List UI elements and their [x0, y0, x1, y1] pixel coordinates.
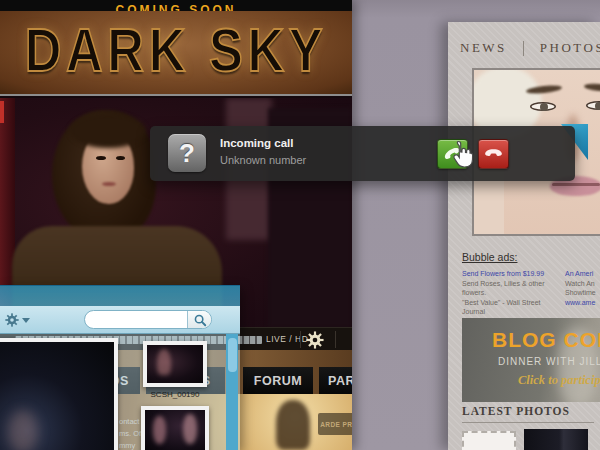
nav-divider: [523, 41, 524, 56]
photo-placeholder[interactable]: [462, 431, 516, 450]
actress-mouth: [102, 182, 116, 186]
ad-body: Send Roses, Lilies & other flowers.: [462, 279, 562, 298]
thumbnail-image: [147, 345, 203, 383]
bubble-ads-heading: Bubble ads:: [462, 251, 517, 263]
gear-icon: [306, 331, 324, 349]
ad-body: "Best Value" - Wall Street Journal: [462, 298, 562, 317]
search-input[interactable]: [85, 311, 187, 328]
screen: COMING SOON DARK SKY LIVE / HD: [0, 0, 600, 450]
ad-title-link[interactable]: Send Flowers from $19.99: [462, 269, 562, 279]
thumbnail-image: [0, 342, 114, 450]
ad-listing: An Ameri Watch An Showtime www.ame: [565, 269, 600, 307]
search-box: [84, 310, 212, 329]
banner-cta-link[interactable]: Click to participa: [518, 373, 600, 388]
search-button[interactable]: [187, 311, 211, 328]
heading-rule: [462, 422, 594, 423]
window-scrollbar[interactable]: [226, 334, 238, 450]
figure-silhouette: [276, 400, 310, 450]
settings-menu-button[interactable]: [5, 313, 19, 327]
dark-sky-banner: DARK SKY: [0, 11, 352, 96]
ad-url-link[interactable]: www.ame: [565, 298, 600, 308]
divider: [335, 331, 336, 348]
live-hd-label: LIVE / HD: [266, 334, 308, 344]
caller-number: Unknown number: [220, 154, 306, 166]
gear-icon: [5, 313, 19, 327]
badge-text: ARDE PRO: [320, 421, 352, 428]
tab-partners[interactable]: PAR: [319, 367, 352, 394]
latest-photo-thumb[interactable]: [524, 429, 588, 450]
thumbnail-image: [145, 410, 205, 450]
player-settings-button[interactable]: [306, 331, 324, 349]
ad-title-link[interactable]: An Ameri: [565, 269, 600, 279]
blog-contest-banner[interactable]: BLOG CON DINNER WITH JILL GO Click to pa…: [462, 318, 600, 402]
banner-title: BLOG CON: [492, 328, 600, 352]
dark-sky-title: DARK SKY: [11, 15, 342, 84]
tab-label: PAR: [328, 374, 352, 388]
chevron-down-icon[interactable]: [22, 318, 30, 323]
decline-call-button[interactable]: [478, 139, 509, 169]
model-iris: [595, 102, 600, 110]
caller-avatar: ?: [168, 134, 206, 172]
model-iris: [540, 103, 548, 111]
phone-decline-icon: [484, 148, 503, 160]
incoming-call-notification: ? Incoming call Unknown number: [150, 126, 575, 181]
tab-news[interactable]: NEWS: [460, 40, 507, 56]
scrollbar-handle[interactable]: [228, 338, 237, 372]
actress-eye: [96, 156, 106, 160]
thumbnail-filename: SCSH_00190: [138, 390, 212, 399]
tab-photos[interactable]: PHOTOS: [540, 40, 600, 56]
actress-eye: [116, 156, 125, 160]
tab-forum[interactable]: FORUM: [243, 367, 313, 394]
news-site-nav: NEWS PHOTOS: [460, 38, 600, 58]
news-website: NEWS PHOTOS Bubble ads: Send Flowers fro…: [448, 22, 600, 450]
thumbnail-figure: [183, 414, 197, 444]
thumbnail-figure: [153, 416, 166, 444]
divider: [300, 331, 301, 348]
search-icon: [193, 313, 207, 327]
thumbnail-figure: [157, 349, 171, 375]
photo-thumbnail[interactable]: [141, 406, 209, 450]
photo-browser-window: SCSH_00190: [0, 285, 240, 450]
ad-body: Watch An: [565, 279, 600, 289]
question-mark-glyph: ?: [179, 138, 195, 169]
tab-label: FORUM: [254, 374, 302, 388]
cursor-hand: [450, 140, 474, 170]
actress-fringe: [70, 114, 146, 148]
ad-body: Showtime: [565, 288, 600, 298]
call-title: Incoming call: [220, 137, 294, 149]
photo-thumbnail[interactable]: [143, 341, 207, 387]
window-toolbar: [0, 306, 240, 334]
model-lip-line: [552, 183, 600, 186]
photo-thumbnail-large[interactable]: [0, 338, 118, 450]
thumbnail-highlight: [8, 410, 38, 450]
red-accent-strip: [0, 101, 4, 123]
window-title-bar[interactable]: [0, 285, 240, 306]
still-badge: ARDE PRO: [318, 413, 352, 435]
latest-photos-heading: LATEST PHOTOS: [462, 405, 570, 417]
banner-subtitle: DINNER WITH JILL GO: [498, 356, 600, 367]
coming-soon-bar: COMING SOON: [0, 0, 352, 11]
